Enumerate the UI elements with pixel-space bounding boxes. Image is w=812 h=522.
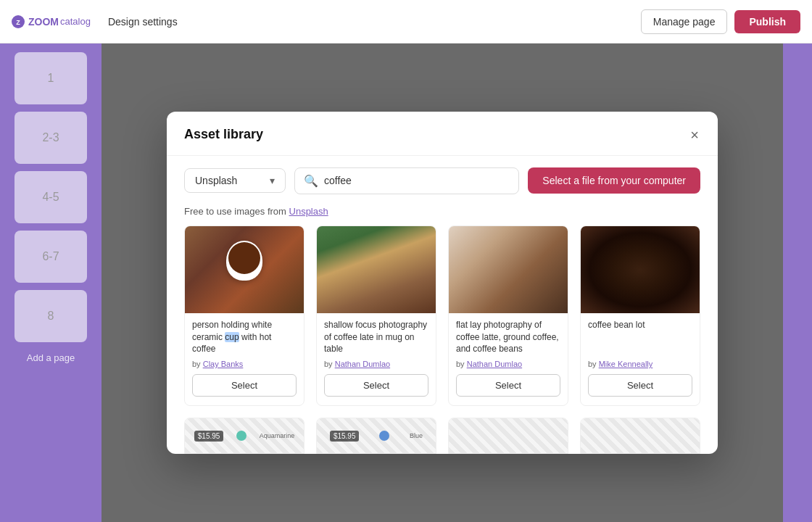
image-thumbnail-0	[185, 226, 304, 313]
image-author-3: by Mike Kenneally	[581, 358, 700, 374]
sidebar: 1 2-3 4-5 6-7 8 Add a page	[0, 44, 102, 522]
select-image-button-3[interactable]: Select	[588, 374, 692, 397]
modal-title: Asset library	[184, 127, 263, 142]
svg-text:Z: Z	[16, 19, 20, 26]
image-grid: person holding white ceramic cup with ho…	[167, 225, 718, 418]
image-author-0: by Clay Banks	[185, 358, 304, 374]
logo-zoom: ZOOM	[28, 16, 59, 28]
image-card-3: coffee bean lot by Mike Kenneally Select	[580, 225, 700, 406]
main-area: 1 2-3 4-5 6-7 8 Add a page Asset library…	[0, 44, 812, 522]
image-card-2: flat lay photography of coffee latte, gr…	[448, 225, 568, 406]
sidebar-page-4-5[interactable]: 4-5	[14, 171, 87, 223]
select-image-button-1[interactable]: Select	[324, 374, 428, 397]
price-badge-1: $15.95	[330, 431, 360, 442]
logo: Z ZOOMcatalog	[12, 15, 91, 28]
color-label-1: Blue	[410, 432, 423, 439]
sidebar-page-2-3[interactable]: 2-3	[14, 112, 87, 164]
source-dropdown[interactable]: Unsplash ▾	[184, 168, 286, 193]
attribution-text: Free to use images from	[184, 206, 286, 217]
chevron-down-icon: ▾	[270, 175, 275, 186]
color-label-0: Aquamarine	[260, 432, 295, 439]
image-author-2: by Nathan Dumlao	[449, 358, 568, 374]
bottom-partial-row: $15.95 Aquamarine $15.95 Blue	[167, 418, 718, 454]
price-badge-0: $15.95	[194, 431, 224, 442]
topbar: Z ZOOMcatalog Design settings Manage pag…	[0, 0, 812, 44]
author-link-2[interactable]: Nathan Dumlao	[467, 360, 522, 368]
modal-header: Asset library ×	[167, 112, 718, 156]
sidebar-page-1[interactable]: 1	[14, 52, 87, 104]
image-caption-1: shallow focus photography of coffee late…	[317, 313, 436, 358]
author-link-1[interactable]: Nathan Dumlao	[335, 360, 390, 368]
search-input[interactable]	[324, 175, 510, 186]
design-settings-button[interactable]: Design settings	[99, 12, 186, 32]
attribution: Free to use images from Unsplash	[167, 206, 718, 225]
partial-card-1: $15.95 Blue	[316, 418, 436, 454]
select-image-button-2[interactable]: Select	[456, 374, 560, 397]
add-page-button[interactable]: Add a page	[27, 352, 75, 363]
select-image-button-0[interactable]: Select	[192, 374, 297, 397]
source-dropdown-value: Unsplash	[195, 175, 237, 186]
select-file-button[interactable]: Select a file from your computer	[528, 167, 700, 194]
color-swatch-0	[236, 431, 246, 441]
partial-card-0: $15.95 Aquamarine	[184, 418, 304, 454]
sidebar-page-6-7[interactable]: 6-7	[14, 231, 87, 283]
modal-close-button[interactable]: ×	[689, 126, 700, 144]
image-card-0: person holding white ceramic cup with ho…	[184, 225, 304, 406]
image-caption-2: flat lay photography of coffee latte, gr…	[449, 313, 568, 358]
attribution-link[interactable]: Unsplash	[289, 206, 328, 217]
search-icon: 🔍	[304, 174, 318, 188]
search-box: 🔍	[294, 167, 519, 194]
partial-card-3	[580, 418, 700, 454]
image-caption-0: person holding white ceramic cup with ho…	[185, 313, 304, 358]
logo-catalog: catalog	[60, 16, 91, 27]
image-thumbnail-2	[449, 226, 568, 313]
image-caption-3: coffee bean lot	[581, 313, 700, 358]
image-thumbnail-1	[317, 226, 436, 313]
author-link-3[interactable]: Mike Kenneally	[599, 360, 653, 368]
image-card-1: shallow focus photography of coffee late…	[316, 225, 436, 406]
modal-search-row: Unsplash ▾ 🔍 Select a file from your com…	[167, 156, 718, 206]
asset-library-modal: Asset library × Unsplash ▾ 🔍 Select a fi…	[167, 112, 718, 454]
modal-overlay: Asset library × Unsplash ▾ 🔍 Select a fi…	[102, 44, 783, 522]
publish-button[interactable]: Publish	[734, 10, 800, 33]
topbar-right: Manage page Publish	[641, 9, 800, 34]
image-thumbnail-3	[581, 226, 700, 313]
partial-card-2	[448, 418, 568, 454]
color-swatch-1	[379, 431, 389, 441]
image-author-1: by Nathan Dumlao	[317, 358, 436, 374]
sidebar-page-8[interactable]: 8	[14, 290, 87, 342]
author-link-0[interactable]: Clay Banks	[203, 360, 244, 368]
manage-page-button[interactable]: Manage page	[641, 9, 728, 34]
highlight-word-0: cup	[225, 332, 239, 342]
canvas-area: Asset library × Unsplash ▾ 🔍 Select a fi…	[102, 44, 783, 522]
right-sidebar	[783, 44, 812, 522]
